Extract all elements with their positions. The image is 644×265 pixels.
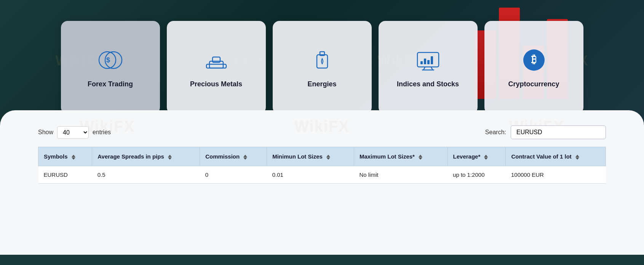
cell-contract_value: 100000 EUR: [506, 166, 606, 184]
metals-label: Precious Metals: [190, 80, 242, 88]
svg-rect-6: [317, 55, 328, 68]
col-symbols[interactable]: Symbols: [38, 147, 92, 166]
svg-rect-12: [420, 61, 423, 64]
data-table: Symbols Average Spreads in pips Commissi…: [38, 147, 606, 184]
svg-rect-8: [417, 52, 439, 67]
category-card-crypto[interactable]: ₿ Cryptocurrency: [484, 21, 583, 114]
entries-label: entries: [93, 129, 111, 136]
search-group: Search:: [485, 125, 606, 139]
energies-icon: [307, 47, 337, 73]
sort-arrows-leverage: [484, 155, 488, 160]
top-background: WikiFX WikiFX WikiFX WikiFX $ Forex Trad…: [0, 0, 644, 122]
col-avg-spreads[interactable]: Average Spreads in pips: [92, 147, 200, 166]
search-input[interactable]: [511, 125, 606, 139]
energies-label: Energies: [307, 80, 336, 88]
col-leverage[interactable]: Leverage*: [447, 147, 506, 166]
sort-arrows-contract: [575, 155, 579, 160]
controls-row: Show 10 25 40 100 entries Search:: [38, 125, 606, 139]
svg-rect-13: [424, 59, 426, 64]
cell-avg_spreads: 0.5: [92, 166, 200, 184]
col-min-lot[interactable]: Minimun Lot Sizes: [267, 147, 354, 166]
col-contract-value[interactable]: Contract Value of 1 lot: [506, 147, 606, 166]
metals-icon: [201, 47, 232, 73]
cell-commission: 0: [200, 166, 267, 184]
category-card-forex[interactable]: $ Forex Trading: [61, 21, 160, 114]
category-card-metals[interactable]: Precious Metals: [167, 21, 266, 114]
cell-max_lot: No limit: [354, 166, 447, 184]
svg-rect-15: [431, 56, 433, 64]
table-header-row: Symbols Average Spreads in pips Commissi…: [38, 147, 606, 166]
category-card-energies[interactable]: Energies: [273, 21, 372, 114]
col-commission[interactable]: Commission: [200, 147, 267, 166]
sort-arrows-maxlot: [419, 155, 422, 160]
cell-leverage: up to 1:2000: [447, 166, 506, 184]
search-label: Search:: [485, 129, 506, 136]
sort-arrows-spreads: [168, 155, 172, 160]
crypto-icon: ₿: [519, 47, 549, 73]
col-max-lot[interactable]: Maximum Lot Sizes*: [354, 147, 447, 166]
show-label: Show: [38, 129, 53, 136]
indices-label: Indices and Stocks: [397, 80, 459, 88]
sort-arrows-minlot: [326, 155, 330, 160]
sort-arrows-commission: [243, 155, 247, 160]
svg-text:$: $: [106, 56, 110, 64]
entries-select[interactable]: 10 25 40 100: [57, 126, 89, 139]
svg-text:₿: ₿: [531, 54, 537, 65]
forex-label: Forex Trading: [88, 80, 133, 88]
cell-symbols: EURUSD: [38, 166, 92, 184]
cell-min_lot: 0.01: [267, 166, 354, 184]
category-card-indices[interactable]: Indices and Stocks: [379, 21, 478, 114]
categories-row: $ Forex Trading Precious Metals: [29, 21, 615, 114]
forex-icon: $: [95, 47, 126, 73]
svg-rect-14: [427, 60, 430, 64]
table-row: EURUSD0.500.01No limitup to 1:2000100000…: [38, 166, 606, 184]
show-entries-group: Show 10 25 40 100 entries: [38, 126, 111, 139]
sort-arrows-symbols: [72, 155, 75, 160]
bottom-section: WikiFX WikiFX WikiFX Show 10 25 40 100 e…: [0, 110, 644, 255]
crypto-label: Cryptocurrency: [508, 80, 559, 88]
indices-icon: [413, 47, 443, 73]
